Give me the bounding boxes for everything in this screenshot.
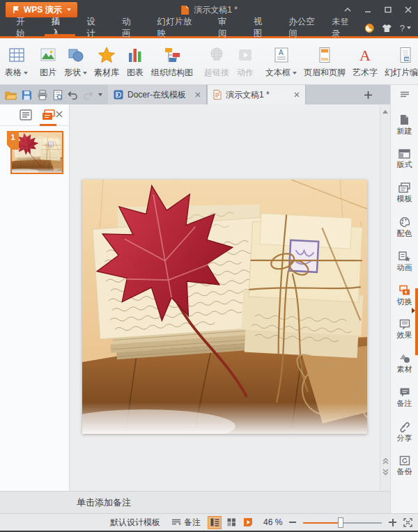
help-button[interactable]: ?	[400, 23, 411, 33]
doc-tab-presentation1[interactable]: 演示文稿1 *	[207, 85, 306, 104]
menu-tab-slideshow[interactable]: 幻灯片放映	[148, 19, 210, 36]
slide-canvas[interactable]	[70, 104, 380, 491]
slides-panel-tabs	[0, 104, 69, 126]
picture-icon	[39, 42, 57, 67]
sidebar-item-colorscheme[interactable]: 配色	[391, 210, 418, 244]
presentation-tab-icon	[213, 90, 222, 100]
slides-panel: 1	[0, 104, 70, 491]
new-tab-button[interactable]	[356, 85, 380, 104]
transition-icon	[398, 285, 410, 296]
wps-app-button[interactable]: WPS 演示	[6, 2, 77, 17]
doc-tab-docer[interactable]: Docer-在线模板	[108, 85, 207, 104]
slideshow-button[interactable]	[241, 516, 255, 529]
menu-tab-animation[interactable]: 动画	[113, 19, 148, 36]
close-panel-button[interactable]	[54, 109, 65, 120]
print-preview-icon[interactable]	[53, 90, 63, 100]
open-icon[interactable]	[5, 90, 17, 100]
docer-icon[interactable]	[364, 23, 375, 33]
document-icon	[180, 5, 189, 15]
template-icon	[398, 182, 410, 193]
sidebar-item-backup[interactable]: 备份	[391, 448, 418, 483]
chevron-down-icon	[407, 26, 411, 29]
fit-screen-icon	[403, 518, 412, 527]
vertical-scrollbar[interactable]	[380, 104, 390, 491]
ribbon-button-wordart[interactable]: A 艺术字	[349, 41, 381, 80]
print-icon[interactable]	[37, 90, 48, 100]
next-slide-icon[interactable]	[382, 469, 389, 476]
ribbon-button-headerfooter[interactable]: 页眉和页脚	[300, 41, 349, 80]
ribbon-button-table[interactable]: 表格	[1, 41, 31, 80]
ribbon-button-assets[interactable]: 素材库	[91, 41, 123, 80]
wps-flag-icon	[12, 6, 20, 14]
notes-toggle-button[interactable]: 备注	[171, 517, 201, 529]
menu-tab-design[interactable]: 设计	[77, 19, 113, 36]
sidebar-item-layout[interactable]: 版式	[391, 141, 418, 175]
menu-tab-view[interactable]: 视图	[245, 19, 280, 36]
previous-slide-icon[interactable]	[382, 457, 389, 464]
menu-tab-review[interactable]: 审阅	[209, 19, 245, 36]
slide-number-icon	[396, 42, 415, 67]
action-icon	[236, 42, 254, 67]
new-file-icon	[399, 114, 410, 125]
quick-access-toolbar	[0, 85, 108, 104]
ribbon-label: 动作	[237, 67, 254, 79]
chevron-down-icon	[67, 8, 71, 11]
notes-placeholder: 单击添加备注	[0, 496, 131, 509]
redo-icon	[83, 91, 93, 100]
skin-icon[interactable]	[382, 24, 392, 33]
close-tab-icon[interactable]	[294, 92, 300, 97]
chart-icon	[126, 42, 144, 67]
ribbon-label: 图片	[40, 67, 56, 79]
sidebar-item-assets[interactable]: 素材	[391, 346, 418, 380]
template-name[interactable]: 默认设计模板	[110, 517, 160, 529]
ribbon-button-orgchart[interactable]: 组织结构图	[148, 41, 196, 80]
sidebar-item-share[interactable]: 分享	[391, 414, 418, 448]
slide-number-badge: 1	[7, 131, 19, 150]
ribbon-button-chart[interactable]: 图表	[123, 41, 148, 80]
ribbon-toolbar: 表格 图片 形状 素材库 图表 组织结构图 超链接 动作	[0, 38, 418, 85]
quick-access-dropdown-icon[interactable]	[98, 93, 102, 96]
view-buttons	[208, 516, 255, 529]
slide-thumbnail-1[interactable]: 1	[10, 131, 63, 174]
ribbon-expand-button[interactable]	[412, 68, 417, 80]
notes-lines-icon	[171, 519, 181, 526]
slide-photo[interactable]	[82, 180, 367, 434]
slider-handle[interactable]	[338, 517, 343, 528]
ribbon-label: 文本框	[265, 67, 291, 79]
slide-sorter-view-button[interactable]	[224, 516, 238, 529]
close-button[interactable]	[398, 0, 418, 19]
menu-tab-insert[interactable]: 插入	[42, 19, 78, 36]
fit-slide-button[interactable]	[403, 518, 412, 527]
close-tab-icon[interactable]	[195, 92, 201, 97]
ribbon-button-shapes[interactable]: 形状	[61, 41, 91, 80]
sidebar-item-new[interactable]: 新建	[391, 107, 418, 141]
sidebar-item-template[interactable]: 模板	[391, 175, 418, 210]
zoom-slider[interactable]	[303, 516, 382, 529]
document-tabs: Docer-在线模板 演示文稿1 *	[108, 85, 306, 104]
zoom-in-button[interactable]	[389, 519, 396, 526]
sidebar-item-notes[interactable]: 备注	[391, 380, 418, 414]
star-icon	[97, 42, 116, 67]
login-status[interactable]: 未登录	[332, 16, 357, 40]
scroll-up-button[interactable]	[380, 107, 390, 116]
sidebar-item-transition[interactable]: 切换	[391, 278, 418, 312]
slide-sorter-icon	[227, 518, 236, 526]
zoom-out-button[interactable]	[289, 522, 296, 523]
notes-area[interactable]: 单击添加备注	[0, 491, 390, 513]
normal-view-button[interactable]	[208, 516, 222, 529]
shapes-icon	[67, 42, 85, 67]
save-icon[interactable]	[22, 90, 32, 100]
sidebar-menu-button[interactable]	[391, 85, 418, 103]
undo-icon[interactable]	[68, 91, 78, 100]
ribbon-button-picture[interactable]: 图片	[36, 41, 61, 80]
menu-tab-workspace[interactable]: 办公空间	[279, 19, 332, 36]
menu-tab-home[interactable]: 开始	[7, 19, 42, 36]
outline-view-tab[interactable]	[18, 107, 33, 123]
maximize-button[interactable]	[378, 0, 398, 19]
collapsed-pane-indicator[interactable]	[415, 288, 418, 355]
sidebar-item-effects[interactable]: 效果	[391, 312, 418, 346]
minimize-button[interactable]	[357, 0, 378, 19]
ribbon-button-textbox[interactable]: A 文本框	[262, 41, 300, 80]
sidebar-item-animation[interactable]: 动画	[391, 244, 418, 278]
header-footer-icon	[316, 42, 334, 67]
